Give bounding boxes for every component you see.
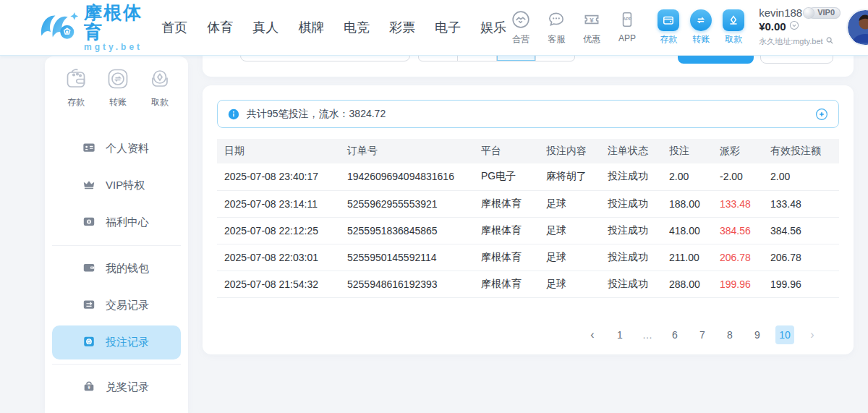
plus-circle-icon[interactable] [815, 108, 828, 121]
cell-date: 2025-07-08 22:03:01 [217, 244, 340, 271]
sidebar-item-VIP特权[interactable]: VIP特权 [45, 167, 188, 204]
info-icon [228, 108, 239, 120]
sidebar-item-个人资料[interactable]: 个人资料 [45, 130, 188, 167]
cell-date: 2025-07-08 23:40:17 [217, 163, 340, 190]
table-row: 2025-07-08 22:12:255255951836845865摩根体育足… [217, 217, 839, 244]
sidebar-quick-转账[interactable]: 转账 [106, 67, 130, 108]
pagination-prev[interactable]: ‹ [583, 325, 602, 344]
bet-table-body: 2025-07-08 23:40:171942609694094831616PG… [217, 163, 839, 297]
wallet-action-转账[interactable]: 转账 [690, 9, 712, 46]
sidebar-divider [52, 364, 181, 365]
pagination-page-10[interactable]: 10 [775, 325, 794, 344]
chevron-down-circle-icon[interactable] [789, 20, 799, 34]
header-right: 合营客服¥优惠APPAPP 存款转账取款 kevin188 VIP0 ¥0.00… [506, 7, 868, 49]
nav-item-3[interactable]: 真人 [252, 19, 278, 36]
cell-platform: PG电子 [474, 163, 539, 190]
nav-item-4[interactable]: 棋牌 [298, 19, 324, 36]
sidebar-quick-取款[interactable]: 取款 [148, 67, 172, 108]
cell-valid: 199.96 [763, 271, 839, 297]
cell-payout: 384.56 [712, 217, 763, 244]
quick-link-优惠[interactable]: ¥优惠 [577, 10, 606, 46]
wallet-action-取款[interactable]: 取款 [723, 9, 744, 46]
quick-link-合营[interactable]: 合营 [506, 10, 535, 46]
cell-bet: 288.00 [662, 271, 712, 297]
pagination-page-1[interactable]: 1 [610, 325, 629, 344]
brand-logo[interactable]: 摩根体育 mgty.bet [38, 3, 142, 51]
summary-text: 共计95笔投注，流水：3824.72 [247, 108, 386, 121]
nav-item-8[interactable]: 娱乐 [480, 19, 506, 36]
summary-bar: 共计95笔投注，流水：3824.72 [217, 100, 839, 128]
pagination-next[interactable]: › [803, 325, 822, 344]
cell-bet: 211.00 [662, 244, 712, 271]
username: kevin188 [759, 7, 802, 20]
cell-status: 投注成功 [600, 244, 662, 271]
table-row: 2025-07-08 22:03:015255950145592114摩根体育足… [217, 244, 839, 271]
cell-status: 投注成功 [600, 190, 662, 217]
sidebar-item-福利中心[interactable]: 福利中心 [45, 204, 188, 241]
withdraw-icon [723, 9, 744, 31]
cell-payout: 199.96 [712, 271, 763, 297]
logo-icon [38, 9, 80, 46]
wallet-action-label: 取款 [725, 33, 742, 46]
magnifier-icon[interactable] [825, 34, 834, 48]
sidebar-item-投注记录[interactable]: 投注记录 [52, 325, 181, 359]
cell-bet: 418.00 [662, 217, 712, 244]
cell-content: 足球 [539, 190, 600, 217]
wallet-action-存款[interactable]: 存款 [658, 9, 679, 46]
column-header: 有效投注额 [763, 139, 839, 163]
cell-platform: 摩根体育 [474, 271, 539, 297]
pagination-ellipsis: … [638, 325, 657, 344]
pagination-pages: 1…678910 [610, 325, 794, 344]
site-note: 永久地址:mgty.bet [759, 37, 822, 47]
pagination-page-7[interactable]: 7 [693, 325, 712, 344]
cell-payout: 206.78 [712, 244, 763, 271]
sidebar-quick-存款[interactable]: 存款 [64, 67, 88, 108]
pagination-page-6[interactable]: 6 [665, 325, 684, 344]
transfer-outline-icon [106, 67, 130, 94]
cell-order: 5255950145592114 [340, 244, 474, 271]
sidebar-item-交易记录[interactable]: 交易记录 [45, 287, 188, 324]
cell-valid: 133.48 [763, 190, 839, 217]
pagination-page-9[interactable]: 9 [748, 325, 767, 344]
sidebar-quick-label: 取款 [151, 96, 169, 108]
column-header: 派彩 [712, 139, 763, 163]
cell-valid: 2.00 [763, 163, 839, 190]
quick-link-APP[interactable]: APPAPP [613, 10, 642, 46]
avatar[interactable] [848, 10, 868, 45]
nav-item-6[interactable]: 彩票 [389, 19, 415, 36]
column-header: 注单状态 [600, 139, 662, 163]
cell-payout: -2.00 [712, 163, 763, 190]
quick-link-label: APP [618, 33, 636, 43]
vip-badge[interactable]: VIP0 [808, 7, 841, 19]
sidebar-item-label: 兑奖记录 [106, 380, 149, 394]
quick-link-客服[interactable]: 客服 [542, 10, 571, 46]
wallet-actions: 存款转账取款 [658, 9, 744, 46]
pagination: ‹ 1…678910 › [217, 325, 839, 344]
cell-content: 足球 [539, 244, 600, 271]
cell-content: 麻将胡了 [539, 163, 600, 190]
cell-platform: 摩根体育 [474, 244, 539, 271]
nav-item-5[interactable]: 电竞 [344, 19, 370, 36]
sidebar-item-兑奖记录[interactable]: ¥兑奖记录 [45, 369, 188, 406]
profile-card-icon [82, 141, 95, 157]
sidebar-divider [52, 245, 181, 246]
sidebar-item-label: VIP特权 [106, 179, 145, 192]
sidebar-quick-actions: 存款转账取款 [45, 56, 188, 108]
sidebar-item-label: 我的钱包 [106, 262, 149, 276]
main-nav: 首页体育真人棋牌电竞彩票电子娱乐 [161, 19, 506, 36]
deposit-outline-icon [64, 67, 88, 94]
sidebar-item-label: 福利中心 [106, 216, 149, 229]
cell-status: 投注成功 [600, 271, 662, 297]
transfer-icon [690, 9, 712, 31]
cell-order: 5255951836845865 [340, 217, 474, 244]
nav-item-1[interactable]: 首页 [161, 19, 187, 36]
nav-item-2[interactable]: 体育 [207, 19, 233, 36]
cell-order: 1942609694094831616 [340, 163, 474, 190]
top-header: 摩根体育 mgty.bet 首页体育真人棋牌电竞彩票电子娱乐 合营客服¥优惠AP… [0, 0, 868, 56]
wallet-action-label: 转账 [692, 33, 710, 46]
wallet-icon [82, 261, 95, 277]
pagination-page-8[interactable]: 8 [720, 325, 739, 344]
nav-item-7[interactable]: 电子 [435, 19, 461, 36]
sidebar-item-我的钱包[interactable]: 我的钱包 [45, 250, 188, 287]
handshake-icon [511, 10, 530, 32]
